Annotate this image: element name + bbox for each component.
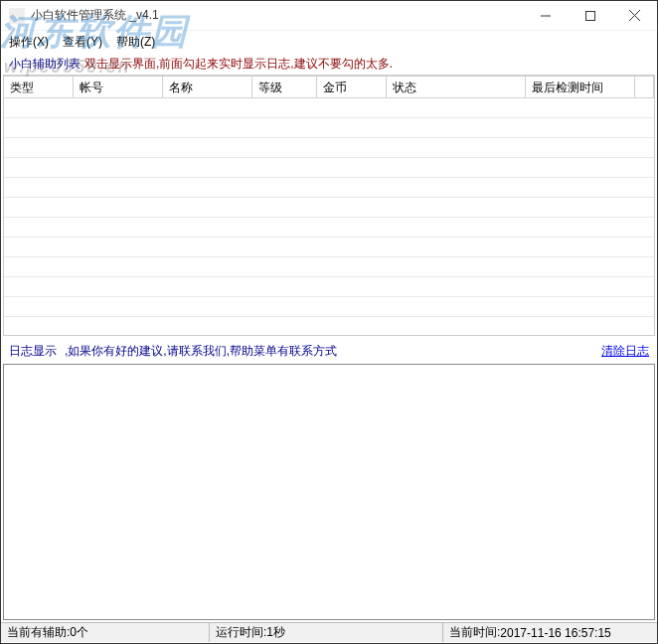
status-now: 当前时间: 2017-11-16 16:57:15 [443, 623, 657, 642]
menu-view[interactable]: 查看(Y) [63, 34, 102, 51]
table-row[interactable] [4, 138, 654, 158]
log-header: 日志显示 ,如果你有好的建议,请联系我们,帮助菜单有联系方式 清除日志 [1, 340, 657, 362]
table-row[interactable] [4, 98, 654, 118]
statusbar: 当前有辅助: 0个 运行时间: 1秒 当前时间: 2017-11-16 16:5… [1, 622, 657, 642]
table-row[interactable] [4, 218, 654, 238]
col-status[interactable]: 状态 [387, 77, 526, 97]
log-textarea[interactable] [3, 364, 655, 620]
status-runtime: 运行时间: 1秒 [210, 623, 443, 642]
status-helper-label: 当前有辅助: [7, 624, 70, 641]
log-title: 日志显示 [9, 343, 57, 360]
window-title: 小白软件管理系统 _v4.1 [31, 7, 523, 24]
table-row[interactable] [4, 297, 654, 317]
maximize-icon [585, 11, 595, 21]
status-helper-count: 当前有辅助: 0个 [1, 623, 210, 642]
status-now-label: 当前时间: [449, 624, 500, 641]
app-icon [9, 8, 25, 24]
menu-operate[interactable]: 操作(X) [9, 34, 49, 51]
maximize-button[interactable] [568, 1, 612, 31]
close-icon [629, 10, 640, 21]
table-body [4, 98, 654, 336]
table-row[interactable] [4, 118, 654, 138]
status-helper-value: 0个 [70, 624, 88, 641]
table-row[interactable] [4, 257, 654, 277]
log-hint: ,如果你有好的建议,请联系我们,帮助菜单有联系方式 [65, 343, 337, 360]
table-row[interactable] [4, 198, 654, 218]
col-name[interactable]: 名称 [163, 77, 252, 97]
table-row[interactable] [4, 277, 654, 297]
close-button[interactable] [612, 1, 657, 31]
status-runtime-value: 1秒 [266, 624, 285, 641]
titlebar: 小白软件管理系统 _v4.1 [1, 1, 657, 31]
window-controls [523, 1, 657, 31]
table-row[interactable] [4, 178, 654, 198]
col-extra[interactable] [635, 77, 654, 97]
col-gold[interactable]: 金币 [317, 77, 387, 97]
status-runtime-label: 运行时间: [216, 624, 266, 641]
table-header: 类型 帐号 名称 等级 金币 状态 最后检测时间 [4, 77, 654, 98]
helper-table[interactable]: 类型 帐号 名称 等级 金币 状态 最后检测时间 [3, 76, 655, 336]
table-row[interactable] [4, 238, 654, 257]
col-type[interactable]: 类型 [4, 77, 74, 97]
svg-rect-1 [585, 11, 594, 20]
menu-help[interactable]: 帮助(Z) [116, 34, 155, 51]
helper-list-hint: 双击显示界面,前面勾起来实时显示日志,建议不要勾的太多. [84, 56, 393, 73]
status-now-value: 2017-11-16 16:57:15 [500, 626, 610, 640]
clear-log-link[interactable]: 清除日志 [601, 343, 649, 360]
col-level[interactable]: 等级 [252, 77, 317, 97]
minimize-button[interactable] [523, 1, 568, 31]
menubar: 操作(X) 查看(Y) 帮助(Z) [1, 31, 657, 53]
minimize-icon [541, 11, 551, 21]
col-lastcheck[interactable]: 最后检测时间 [526, 77, 635, 97]
col-account[interactable]: 帐号 [74, 77, 163, 97]
table-row[interactable] [4, 317, 654, 336]
info-bar: 小白辅助列表 双击显示界面,前面勾起来实时显示日志,建议不要勾的太多. [1, 53, 657, 75]
helper-list-label: 小白辅助列表 [9, 56, 81, 73]
table-row[interactable] [4, 158, 654, 178]
